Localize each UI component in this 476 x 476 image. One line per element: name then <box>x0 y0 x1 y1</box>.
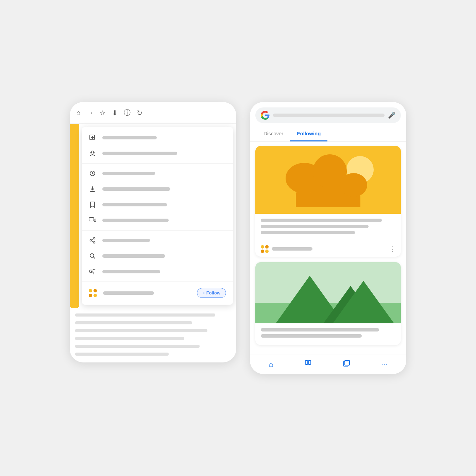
menu-label-translate <box>102 270 160 273</box>
follow-button[interactable]: + Follow <box>197 288 226 298</box>
nav-home-icon[interactable]: ⌂ <box>269 360 273 369</box>
svg-line-16 <box>94 257 95 259</box>
menu-divider-1 <box>82 163 233 164</box>
menu-label-devices <box>102 219 169 222</box>
menu-label-share <box>102 239 150 242</box>
bookmark-icon[interactable]: ☆ <box>100 109 106 117</box>
weather-card-footer: ⋮ <box>255 242 401 257</box>
weather-card-content <box>255 214 401 242</box>
tab-following[interactable]: Following <box>290 126 327 141</box>
menu-item-translate[interactable]: G T <box>82 264 233 279</box>
menu-label-follow-source <box>103 291 154 295</box>
menu-label-history <box>102 172 155 175</box>
tabs-area: Discover Following <box>250 126 406 142</box>
menu-item-downloads[interactable] <box>82 181 233 197</box>
svg-line-14 <box>91 241 94 242</box>
nature-line-1 <box>261 328 379 332</box>
nav-more-icon[interactable]: ··· <box>381 360 387 369</box>
svg-rect-8 <box>89 218 94 221</box>
search-bar-area: 🎤 <box>250 102 406 123</box>
weather-line-1 <box>261 219 382 222</box>
info-icon[interactable]: ⓘ <box>124 108 131 117</box>
menu-label-incognito <box>102 152 177 155</box>
menu-label-new-tab <box>102 136 157 139</box>
dropdown-menu: G T <box>82 127 233 305</box>
svg-point-10 <box>94 238 95 239</box>
bottom-nav: ⌂ ··· <box>250 355 406 374</box>
menu-label-downloads <box>102 187 170 191</box>
menu-item-devices[interactable] <box>82 213 233 228</box>
feed-area: ⋮ <box>250 142 406 355</box>
source-dots-icon <box>89 289 97 297</box>
google-logo <box>261 111 270 120</box>
svg-rect-23 <box>345 360 350 365</box>
downloads-icon <box>89 185 96 193</box>
menu-item-share[interactable] <box>82 233 233 248</box>
menu-item-find[interactable] <box>82 248 233 264</box>
svg-text:T: T <box>92 271 95 275</box>
menu-item-new-tab[interactable] <box>82 130 233 146</box>
weather-more-icon[interactable]: ⋮ <box>389 245 395 253</box>
nav-bookmarks-icon[interactable] <box>304 360 312 369</box>
search-input[interactable] <box>273 114 385 117</box>
page-background <box>70 308 236 362</box>
browser-toolbar: ⌂ → ☆ ⬇ ⓘ ↻ <box>70 102 236 124</box>
download-icon[interactable]: ⬇ <box>112 109 118 117</box>
tab-discover[interactable]: Discover <box>257 126 290 141</box>
svg-point-12 <box>90 240 92 241</box>
search-bar[interactable]: 🎤 <box>255 107 401 123</box>
weather-source-label <box>272 247 312 251</box>
home-icon[interactable]: ⌂ <box>76 109 81 117</box>
menu-divider-3 <box>82 282 233 282</box>
refresh-icon[interactable]: ↻ <box>137 109 142 117</box>
svg-point-5 <box>93 152 95 153</box>
nav-tabs-icon[interactable] <box>343 360 350 369</box>
menu-item-bookmarks[interactable] <box>82 197 233 213</box>
weather-card-image <box>255 146 401 214</box>
svg-line-13 <box>91 239 94 240</box>
devices-icon <box>89 217 96 224</box>
history-icon <box>89 170 96 177</box>
nature-card-image <box>255 262 401 323</box>
right-phone: 🎤 Discover Following <box>250 102 406 374</box>
menu-label-bookmarks <box>102 203 167 206</box>
svg-rect-0 <box>90 135 95 140</box>
incognito-icon <box>89 150 96 157</box>
menu-divider-2 <box>82 230 233 231</box>
menu-label-find <box>102 254 165 258</box>
yellow-bookmark-tab <box>70 124 79 308</box>
mountain-right <box>333 281 394 323</box>
translate-icon: G T <box>89 268 96 275</box>
svg-point-4 <box>90 152 92 153</box>
menu-item-history[interactable] <box>82 166 233 181</box>
find-icon <box>89 252 96 260</box>
menu-item-incognito[interactable] <box>82 146 233 161</box>
share-icon <box>89 237 96 244</box>
microphone-icon[interactable]: 🎤 <box>388 112 395 119</box>
new-tab-icon <box>89 134 96 141</box>
svg-rect-21 <box>308 360 311 364</box>
bookmarks-icon <box>89 201 96 208</box>
menu-item-follow[interactable]: + Follow <box>82 284 233 302</box>
svg-rect-20 <box>305 360 308 364</box>
weather-line-3 <box>261 231 355 234</box>
weather-line-2 <box>261 225 369 228</box>
nature-line-2 <box>261 334 362 338</box>
browser-content: G T <box>70 124 236 308</box>
nature-card-content <box>255 323 401 345</box>
weather-source-icon <box>261 245 268 253</box>
forward-icon[interactable]: → <box>87 109 94 117</box>
nature-card <box>255 262 401 345</box>
weather-card: ⋮ <box>255 146 401 257</box>
cloud-right-bump <box>340 173 367 197</box>
left-phone: ⌂ → ☆ ⬇ ⓘ ↻ <box>70 102 236 362</box>
svg-rect-9 <box>94 219 96 222</box>
svg-point-11 <box>94 242 95 243</box>
